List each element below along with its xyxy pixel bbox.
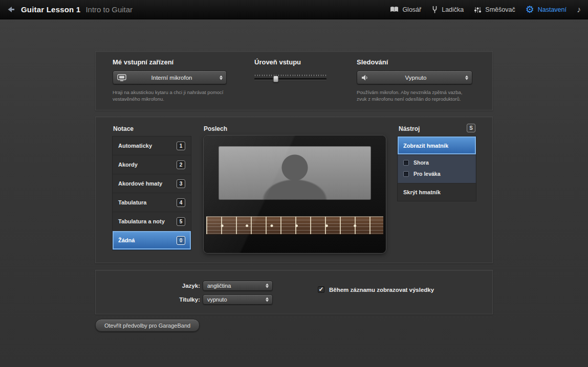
tuner-button[interactable]: Ladička bbox=[431, 6, 464, 13]
gear-icon: ⚙ bbox=[526, 5, 534, 14]
stepper-arrows-icon bbox=[465, 75, 468, 80]
monitoring-dropdown[interactable]: Vypnuto bbox=[357, 71, 472, 84]
keycap-badge: 2 bbox=[177, 160, 185, 169]
guitar-fretboard-image bbox=[206, 216, 383, 235]
shora-checkbox[interactable] bbox=[403, 160, 409, 166]
language-dropdown[interactable]: angličtina bbox=[203, 281, 273, 291]
input-level-section: Úroveň vstupu bbox=[254, 58, 331, 80]
keycap-badge: 0 bbox=[177, 236, 185, 245]
top-toolbar: Guitar Lesson 1 Intro to Guitar Glosář L… bbox=[0, 0, 588, 19]
pro-levaka-label: Pro leváka bbox=[413, 171, 441, 177]
notation-item-label: Tabulatura bbox=[118, 199, 146, 205]
show-results-checkbox[interactable] bbox=[318, 286, 324, 293]
preview-heading: Poslech bbox=[204, 125, 227, 132]
instrument-heading: Nástroj bbox=[399, 125, 420, 132]
input-device-dropdown[interactable]: Interní mikrofon bbox=[113, 71, 227, 84]
input-device-heading: Mé vstupní zařízení bbox=[113, 58, 230, 66]
notation-item-label: Tabulatura a noty bbox=[118, 218, 165, 224]
settings-label: Nastavení bbox=[538, 6, 567, 13]
show-results-label: Během záznamu zobrazovat výsledky bbox=[329, 287, 434, 293]
input-level-thumb[interactable] bbox=[273, 76, 279, 82]
stepper-arrows-icon bbox=[266, 297, 269, 302]
monitoring-value: Vypnuto bbox=[369, 75, 468, 81]
slider-tick-marks bbox=[255, 75, 326, 76]
video-preview bbox=[204, 135, 386, 253]
monitoring-heading: Sledování bbox=[357, 58, 475, 66]
option-shora[interactable]: Shora bbox=[403, 158, 470, 167]
notation-item-label: Akordové hmaty bbox=[118, 180, 162, 187]
display-icon bbox=[117, 74, 126, 81]
option-pro-levaka[interactable]: Pro leváka bbox=[403, 169, 470, 178]
back-arrow-icon bbox=[7, 6, 15, 13]
lesson-title: Guitar Lesson 1 bbox=[21, 5, 80, 14]
notation-item-zadna-selected[interactable]: Žádná 0 bbox=[113, 231, 191, 250]
input-device-value: Interní mikrofon bbox=[126, 75, 222, 81]
preferences-panel: Jazyk: angličtina Titulky: vypnuto Během… bbox=[95, 270, 493, 314]
slider-track[interactable] bbox=[254, 78, 326, 80]
show-results-option[interactable]: Během záznamu zobrazovat výsledky bbox=[318, 286, 434, 293]
mixer-icon bbox=[474, 6, 482, 13]
input-device-section: Mé vstupní zařízení Interní mikrofon Hra… bbox=[113, 58, 230, 103]
solo-keycap-badge: S bbox=[467, 124, 475, 132]
subtitles-label: Titulky: bbox=[157, 296, 200, 303]
notation-item-label: Automaticky bbox=[118, 143, 152, 149]
glossary-label: Glosář bbox=[402, 6, 421, 13]
notation-list: Automaticky 1 Akordy 2 Akordové hmaty 3 … bbox=[112, 136, 191, 250]
keycap-badge: 1 bbox=[177, 142, 185, 150]
music-note-icon: ♪ bbox=[577, 6, 581, 14]
language-value: angličtina bbox=[207, 283, 268, 289]
hide-fretboard-label: Skrýt hmatník bbox=[403, 189, 441, 195]
tuning-fork-icon bbox=[431, 6, 438, 13]
lesson-subtitle: Intro to Guitar bbox=[85, 5, 133, 14]
notation-item-akordy[interactable]: Akordy 2 bbox=[113, 155, 191, 174]
notation-item-tabulatura[interactable]: Tabulatura 4 bbox=[113, 193, 191, 212]
tuner-label: Ladička bbox=[442, 6, 464, 13]
monitoring-section: Sledování Vypnuto Používám mikrofon. Aby… bbox=[357, 58, 475, 103]
mixer-button[interactable]: Směšovač bbox=[474, 6, 515, 13]
pro-levaka-checkbox[interactable] bbox=[403, 171, 409, 177]
keycap-badge: 3 bbox=[177, 179, 185, 188]
show-fretboard-label: Zobrazit hmatník bbox=[403, 143, 448, 149]
input-level-slider[interactable] bbox=[254, 75, 326, 80]
language-label: Jazyk: bbox=[157, 283, 200, 289]
notation-item-automaticky[interactable]: Automaticky 1 bbox=[113, 136, 191, 155]
notation-item-akordove-hmaty[interactable]: Akordové hmaty 3 bbox=[113, 174, 191, 193]
notation-item-label: Akordy bbox=[118, 162, 138, 168]
stepper-arrows-icon bbox=[220, 75, 223, 80]
input-level-heading: Úroveň vstupu bbox=[254, 58, 331, 66]
fretboard-options: Shora Pro leváka bbox=[398, 154, 476, 183]
glossary-button[interactable]: Glosář bbox=[390, 6, 421, 13]
subtitles-value: vypnuto bbox=[207, 296, 268, 303]
back-button[interactable] bbox=[7, 6, 15, 13]
subtitles-dropdown[interactable]: vypnuto bbox=[203, 294, 273, 305]
book-icon bbox=[390, 6, 399, 13]
notation-item-label: Žádná bbox=[118, 237, 135, 243]
hide-fretboard-item[interactable]: Skrýt hmatník bbox=[398, 183, 476, 201]
open-garageband-prefs-button[interactable]: Otevřít předvolby pro GarageBand bbox=[95, 319, 200, 332]
garageband-lesson-settings-window: Guitar Lesson 1 Intro to Guitar Glosář L… bbox=[0, 0, 588, 367]
instrument-list: Zobrazit hmatník Shora Pro leváka Skrýt … bbox=[397, 136, 476, 201]
keycap-badge: 5 bbox=[177, 217, 185, 226]
toolbar-actions: Glosář Ladička Směšovač bbox=[390, 5, 581, 14]
input-setup-panel: Mé vstupní zařízení Interní mikrofon Hra… bbox=[95, 51, 493, 110]
show-fretboard-item-selected[interactable]: Zobrazit hmatník bbox=[398, 136, 476, 154]
input-device-caption: Hraji na akustickou kytaru a chci ji nah… bbox=[113, 89, 224, 103]
chord-trainer-button[interactable]: ♪ bbox=[577, 6, 581, 14]
lesson-view-panel: Notace Automaticky 1 Akordy 2 Akordové h… bbox=[95, 117, 493, 263]
webcam-feed-silhouette bbox=[219, 146, 371, 200]
notation-item-tabulatura-a-noty[interactable]: Tabulatura a noty 5 bbox=[113, 212, 191, 231]
mixer-label: Směšovač bbox=[485, 6, 515, 13]
settings-button[interactable]: ⚙ Nastavení bbox=[526, 5, 567, 14]
stepper-arrows-icon bbox=[266, 284, 269, 288]
shora-label: Shora bbox=[413, 159, 429, 166]
notation-heading: Notace bbox=[113, 125, 134, 132]
speaker-icon bbox=[361, 74, 369, 81]
monitoring-caption: Používám mikrofon. Aby nevznikla zpětná … bbox=[357, 89, 473, 103]
keycap-badge: 4 bbox=[177, 198, 185, 207]
